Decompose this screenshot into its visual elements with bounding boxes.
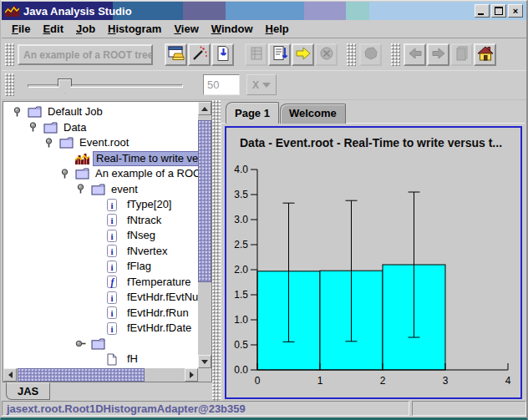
shape-icon (363, 45, 379, 65)
tree-row[interactable]: Real-Time to write vers (3, 151, 198, 167)
tree-label: fNtrack (124, 214, 164, 227)
forward-button[interactable] (427, 43, 449, 66)
menu-window[interactable]: Window (206, 21, 260, 37)
tree-expander-icon[interactable] (75, 337, 91, 350)
menu-job[interactable]: Job (70, 21, 102, 37)
toolbar-drag-handle[interactable] (5, 43, 14, 66)
tree-label: fNseg (124, 229, 158, 242)
tree-row[interactable]: ifFlag (3, 259, 198, 275)
menu-view[interactable]: View (168, 21, 205, 37)
axis-combo[interactable]: X (246, 74, 277, 95)
maximize-button[interactable] (491, 4, 506, 18)
slider-track (28, 84, 183, 88)
tab-welcome[interactable]: Welcome (280, 104, 346, 124)
leaf-i-icon: i (107, 322, 124, 335)
tree-expander-icon[interactable] (59, 168, 75, 180)
status-message-cell: jasext.root.Root1DHistogramAdapter@23b35… (2, 401, 409, 416)
split-pane-divider[interactable] (212, 100, 221, 401)
minimize-button[interactable] (475, 4, 490, 18)
tree-row[interactable]: fH (3, 352, 198, 367)
menu-histogram[interactable]: Histogram (102, 21, 168, 37)
tree-row[interactable]: event (3, 182, 198, 198)
stop-button[interactable] (315, 43, 338, 66)
back-button[interactable] (404, 43, 426, 66)
folder-icon (59, 137, 77, 149)
tree-row[interactable]: An example of a ROOT t (3, 166, 198, 182)
toolbar-main: An example of a ROOT tree (2, 39, 526, 71)
tree-row[interactable]: ifType[20] (3, 197, 198, 213)
wizard-button[interactable] (188, 43, 211, 66)
menu-help[interactable]: Help (260, 21, 296, 37)
tree-expander-icon[interactable] (43, 137, 59, 149)
window-title: Java Analysis Studio (23, 5, 132, 18)
tab-jas[interactable]: JAS (6, 382, 50, 400)
leaf-i-icon: i (107, 306, 124, 319)
load-list-icon (272, 45, 288, 65)
folder-icon (43, 122, 61, 134)
toolbar-drag-handle[interactable] (391, 43, 400, 66)
tab-jas-label: JAS (18, 385, 38, 397)
triangle-down-icon (201, 360, 208, 367)
tab-page-1[interactable]: Page 1 (226, 102, 279, 124)
tree-row[interactable]: Default Job (3, 104, 198, 120)
home-icon (477, 45, 494, 65)
run-script-button[interactable] (211, 43, 234, 66)
tree-row[interactable]: Event.root (3, 135, 198, 151)
tree-expander-icon[interactable] (28, 121, 43, 134)
close-icon: × (513, 7, 518, 15)
tree-label: fEvtHdr.fRun (124, 306, 191, 320)
shape-button[interactable] (359, 43, 382, 66)
menu-file[interactable]: File (6, 21, 37, 37)
tree-selector-combo[interactable]: An example of a ROOT tree (18, 44, 153, 65)
bin-slider[interactable] (28, 76, 183, 94)
tree-label: fH (124, 352, 140, 366)
svg-text:i: i (110, 230, 113, 240)
scroll-right-button[interactable] (185, 368, 198, 382)
status-message: jasext.root.Root1DHistogramAdapter@23b35… (7, 402, 246, 415)
svg-text:2: 2 (380, 375, 386, 387)
vertical-scroll-thumb[interactable] (198, 120, 211, 282)
tree-row[interactable]: ifEvtHdr.fEvtNum (3, 290, 198, 306)
page-content: 0.00.51.01.52.02.53.03.54.001234 Data - … (221, 123, 525, 401)
svg-text:i: i (110, 215, 113, 225)
tree-row[interactable]: ifNtrack (3, 213, 198, 229)
tree-row[interactable]: ffTemperature (3, 275, 198, 291)
toolbar-drag-handle[interactable] (347, 43, 356, 66)
load-list-button[interactable] (268, 43, 291, 66)
tree-horizontal-scrollbar[interactable] (3, 368, 198, 382)
run-script-icon (215, 45, 231, 65)
scroll-left-button[interactable] (3, 368, 17, 382)
chart-title: Data - Event.root - Real-Time to write v… (240, 136, 502, 149)
plot-page[interactable]: 0.00.51.01.52.02.53.03.54.001234 Data - … (225, 126, 522, 399)
tree-row[interactable]: ifNvertex (3, 244, 198, 260)
horizontal-scroll-thumb[interactable] (18, 368, 145, 382)
tree-row[interactable]: Data (3, 120, 198, 136)
home-button[interactable] (474, 43, 496, 66)
menu-bar: FileEditJobHistogramViewWindowHelp (2, 20, 526, 38)
go-button[interactable] (292, 43, 314, 66)
page-tabs: Page 1 Welcome (221, 104, 346, 124)
tree-expander-icon[interactable] (75, 183, 91, 195)
tree-label: fType[20] (124, 198, 174, 211)
scroll-down-button[interactable] (198, 355, 211, 368)
tree-row[interactable]: ifNseg (3, 228, 198, 244)
notebook-button[interactable] (245, 43, 267, 66)
tree-label: fNvertex (124, 245, 170, 258)
menu-edit[interactable]: Edit (37, 21, 70, 37)
tree-selector-value: An example of a ROOT tree (23, 49, 153, 61)
svg-text:i: i (110, 261, 113, 271)
close-button[interactable]: × (508, 4, 523, 18)
tree-row[interactable]: ifEvtHdr.fDate (3, 321, 198, 337)
scroll-up-button[interactable] (198, 102, 211, 115)
toolbar-drag-handle[interactable] (5, 73, 14, 96)
tree-row[interactable]: ifEvtHdr.fRun (3, 306, 198, 321)
status-secondary-cell (412, 401, 526, 416)
pages-button[interactable] (450, 43, 473, 66)
tree-row[interactable] (3, 337, 198, 352)
slider-thumb[interactable] (58, 78, 72, 94)
tree-vertical-scrollbar[interactable] (198, 102, 211, 368)
bin-count-field[interactable] (203, 74, 240, 95)
chart-svg: 0.00.51.01.52.02.53.03.54.001234 (226, 128, 520, 397)
open-window-button[interactable] (165, 43, 187, 66)
tree-expander-icon[interactable] (12, 106, 28, 119)
